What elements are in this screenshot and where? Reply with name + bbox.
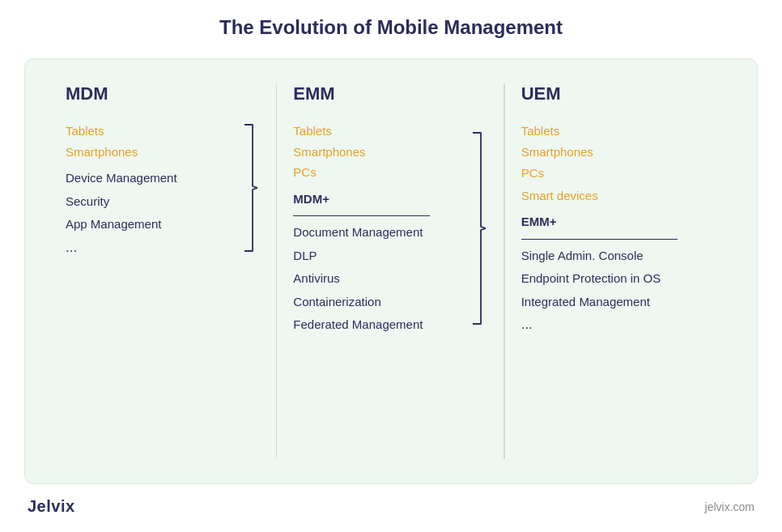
mdm-list: Tablets Smartphones Device Management Se… <box>66 121 236 256</box>
uem-divider <box>521 239 678 240</box>
emm-dark-item-0: Document Management <box>293 221 464 245</box>
column-emm: EMM Tablets Smartphones PCs MDM+ Documen… <box>277 83 504 459</box>
mdm-dark-item-2: App Management <box>66 213 236 236</box>
uem-title: UEM <box>521 83 716 104</box>
uem-pc-item: PCs <box>521 162 716 185</box>
diagram-container: MDM Tablets Smartphones Device Managemen… <box>24 58 758 484</box>
emm-orange-item-2: PCs <box>293 162 464 183</box>
mdm-dark-item-0: Device Management <box>66 167 236 190</box>
footer-brand: Jelvix <box>28 497 75 516</box>
uem-ellipsis: ... <box>521 317 716 333</box>
uem-dark-group: EMM+ Single Admin. Console Endpoint Prot… <box>521 211 716 333</box>
uem-orange-item-1: Smartphones <box>521 142 716 163</box>
emm-orange-item-1: Smartphones <box>293 142 464 163</box>
mdm-bracket-right <box>243 121 257 256</box>
footer-url: jelvix.com <box>705 500 754 513</box>
footer: Jelvix jelvix.com <box>24 497 758 516</box>
uem-orange-group: Tablets Smartphones PCs Smart devices <box>521 121 716 206</box>
mdm-dark-item-1: Security <box>66 190 236 214</box>
mdm-ellipsis: ... <box>66 240 236 256</box>
uem-dark-item-1: Endpoint Protection in OS <box>521 267 716 291</box>
column-mdm: MDM Tablets Smartphones Device Managemen… <box>49 83 277 459</box>
mdm-title: MDM <box>66 83 261 104</box>
emm-dark-item-1: DLP <box>293 245 464 268</box>
emm-orange-group: Tablets Smartphones PCs <box>293 121 464 183</box>
uem-dark-item-0: Single Admin. Console <box>521 245 716 268</box>
mdm-dark-group: Device Management Security App Managemen… <box>66 167 236 256</box>
uem-orange-item-0: Tablets <box>521 121 716 142</box>
emm-dark-group: MDM+ Document Management DLP Antivirus C… <box>293 188 464 337</box>
emm-list: Tablets Smartphones PCs MDM+ Document Ma… <box>293 121 464 337</box>
emm-dark-item-3: Containerization <box>293 291 464 314</box>
uem-orange-item-3: Smart devices <box>521 185 716 206</box>
emm-title: EMM <box>293 83 488 104</box>
mdm-bracket-container: Tablets Smartphones Device Management Se… <box>66 121 261 256</box>
mdm-orange-group: Tablets Smartphones <box>66 121 236 162</box>
emm-bracket-container: Tablets Smartphones PCs MDM+ Document Ma… <box>293 121 488 337</box>
emm-bracket-right <box>471 121 486 337</box>
emm-orange-item-0: Tablets <box>293 121 464 142</box>
uem-dark-item-2: Integrated Management <box>521 291 716 314</box>
mdm-orange-item-0: Tablets <box>66 121 236 142</box>
emm-bold-item: MDM+ <box>293 188 464 211</box>
mdm-orange-item-1: Smartphones <box>66 142 236 163</box>
uem-bold-item: EMM+ <box>521 211 716 234</box>
emm-dark-item-4: Federated Management <box>293 313 464 337</box>
emm-dark-item-2: Antivirus <box>293 267 464 291</box>
emm-divider <box>293 215 430 216</box>
page-title: The Evolution of Mobile Management <box>219 16 563 39</box>
column-uem: UEM Tablets Smartphones PCs Smart device… <box>505 83 733 459</box>
